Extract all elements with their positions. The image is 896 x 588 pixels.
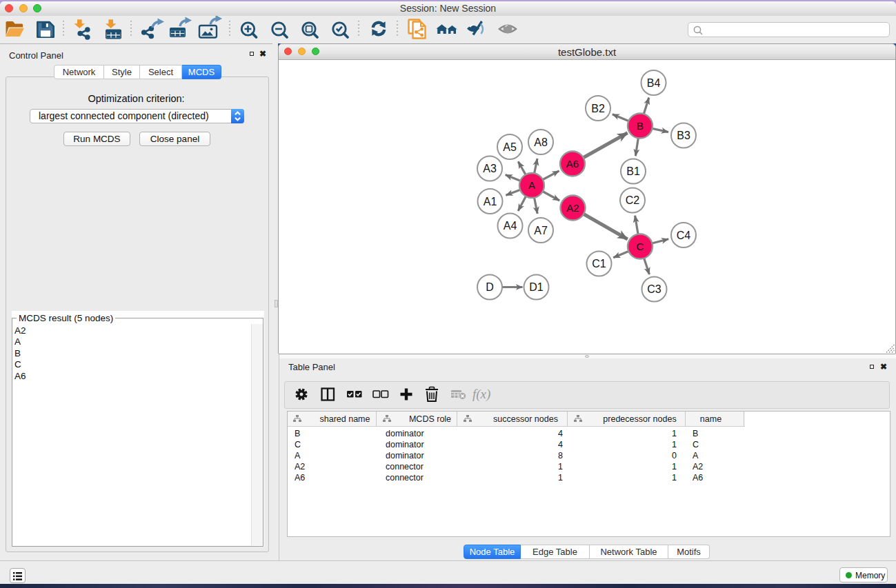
svg-text:C: C bbox=[637, 241, 644, 252]
svg-text:B4: B4 bbox=[647, 77, 661, 89]
svg-text:B1: B1 bbox=[626, 165, 640, 177]
svg-text:B: B bbox=[637, 120, 644, 132]
svg-text:A6: A6 bbox=[566, 158, 579, 170]
svg-text:f(x): f(x) bbox=[472, 387, 490, 402]
svg-text:C4: C4 bbox=[677, 230, 691, 241]
svg-text:A1: A1 bbox=[484, 196, 497, 207]
svg-text:A7: A7 bbox=[534, 225, 548, 236]
svg-text:C1: C1 bbox=[592, 258, 606, 270]
svg-text:D: D bbox=[486, 281, 494, 293]
svg-text:D1: D1 bbox=[529, 281, 544, 293]
svg-text:A3: A3 bbox=[483, 163, 497, 174]
svg-text:A5: A5 bbox=[503, 141, 517, 153]
svg-text:A2: A2 bbox=[566, 202, 579, 214]
svg-text:C3: C3 bbox=[647, 283, 661, 295]
svg-text:A: A bbox=[528, 179, 535, 191]
svg-text:A4: A4 bbox=[504, 220, 517, 232]
svg-text:B3: B3 bbox=[677, 130, 690, 141]
svg-text:C2: C2 bbox=[626, 194, 640, 206]
svg-text:A8: A8 bbox=[534, 136, 548, 148]
svg-text:B2: B2 bbox=[591, 103, 605, 114]
